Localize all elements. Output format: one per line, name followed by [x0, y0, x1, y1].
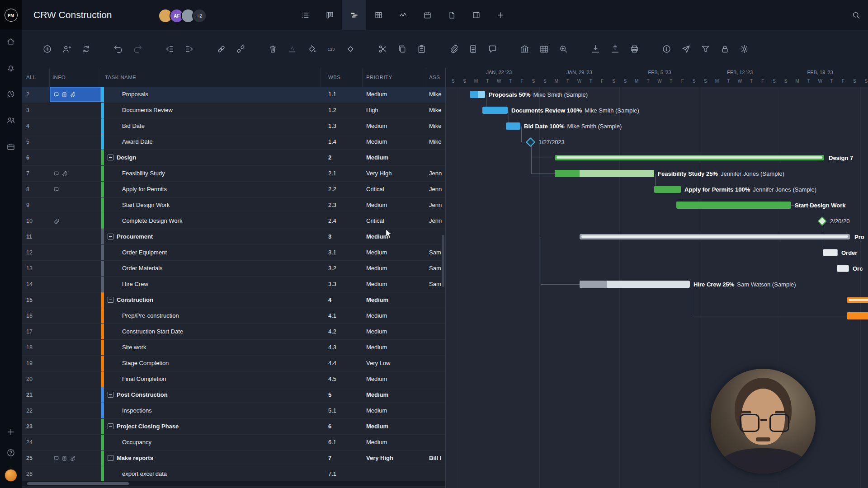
table-row[interactable]: 5Award Date1.4MediumMike [22, 134, 445, 150]
outdent-task-button[interactable] [164, 43, 175, 55]
settings-button[interactable] [739, 43, 750, 55]
gantt-bar-task[interactable] [676, 202, 791, 209]
import-button[interactable] [590, 43, 601, 55]
collapse-toggle[interactable] [108, 297, 113, 303]
tab-view-list[interactable] [293, 0, 317, 30]
table-row[interactable]: 2Proposals1.1MediumMike [22, 87, 445, 103]
attach-icon[interactable] [70, 455, 75, 461]
comment-icon[interactable] [53, 187, 59, 192]
attachment-button[interactable] [448, 43, 459, 55]
filter-button[interactable] [700, 43, 711, 55]
table-row[interactable]: 6Design2Medium [22, 150, 445, 166]
table-row[interactable]: 14Hire Crew3.3MediumSam [22, 277, 445, 292]
number-format-button[interactable] [326, 43, 337, 55]
collapse-toggle[interactable] [108, 423, 113, 429]
rail-item-portfolio[interactable] [6, 142, 15, 151]
table-row[interactable]: 4Bid Date1.3MediumMike [22, 118, 445, 134]
cut-button[interactable] [377, 43, 388, 55]
table-row[interactable]: 26export excel data7.1 [22, 466, 445, 482]
gantt-milestone[interactable] [526, 137, 535, 147]
table-row[interactable]: 22Inspections5.1Medium [22, 403, 445, 419]
tab-view-gantt[interactable] [342, 0, 366, 30]
add-task-button[interactable] [42, 43, 53, 55]
table-row[interactable]: 16Prep/Pre-construction4.1Medium [22, 308, 445, 324]
gantt-bar-task[interactable] [470, 91, 485, 98]
tab-view-sheet[interactable] [366, 0, 391, 30]
gantt-summary-bar[interactable] [580, 234, 850, 239]
column-header-priority[interactable]: PRIORITY [363, 68, 426, 87]
column-header-task-name[interactable]: TASK NAME [101, 68, 321, 87]
tab-view-board[interactable] [317, 0, 342, 30]
table-row[interactable]: 17Construction Start Date4.2Medium [22, 324, 445, 340]
table-row[interactable]: 12Order Equipment3.1MediumSam [22, 245, 445, 261]
comment-icon[interactable] [53, 171, 59, 177]
gantt-bar-task[interactable] [837, 265, 849, 272]
gantt-milestone[interactable] [817, 216, 827, 226]
rail-item-help[interactable] [6, 448, 15, 457]
column-header-ass[interactable]: ASS [426, 68, 445, 87]
gantt-bar-task[interactable] [654, 186, 681, 193]
avatar-overflow-badge[interactable]: +2 [192, 9, 207, 23]
attach-icon[interactable] [61, 171, 67, 177]
export-button[interactable] [609, 43, 621, 55]
paste-button[interactable] [416, 43, 427, 55]
print-button[interactable] [629, 43, 640, 55]
tab-view-panel[interactable] [464, 0, 488, 30]
attach-icon[interactable] [70, 92, 75, 98]
note-icon[interactable] [61, 455, 67, 461]
search-icon[interactable] [845, 0, 866, 30]
app-logo[interactable]: PM [0, 0, 22, 30]
user-avatar[interactable] [5, 469, 17, 482]
collapse-toggle[interactable] [108, 455, 113, 461]
vertical-scrollbar-thumb[interactable] [442, 235, 444, 287]
table-row[interactable]: 9Start Design Work2.3MediumJenn [22, 197, 445, 213]
lock-button[interactable] [719, 43, 731, 55]
table-row[interactable]: 7Feasibility Study2.1Very HighJenn [22, 166, 445, 182]
indent-task-button[interactable] [184, 43, 195, 55]
column-header-info[interactable]: INFO [50, 68, 101, 87]
collapse-toggle[interactable] [108, 155, 113, 160]
attach-icon[interactable] [53, 218, 59, 224]
share-button[interactable] [680, 43, 692, 55]
table-row[interactable]: 21Post Construction5Medium [22, 387, 445, 403]
show-columns-button[interactable] [538, 43, 550, 55]
note-icon[interactable] [61, 92, 67, 98]
assign-people-button[interactable] [61, 43, 72, 55]
zoom-button[interactable] [558, 43, 569, 55]
rail-item-notifications[interactable] [6, 63, 15, 72]
horizontal-scrollbar[interactable] [22, 481, 445, 486]
table-row[interactable]: 11Procurement3Medium [22, 229, 445, 245]
gantt-bar-task[interactable] [847, 312, 868, 319]
table-row[interactable]: 25Make reports7Very HighBill I [22, 450, 445, 466]
table-gantt-splitter[interactable] [445, 68, 446, 488]
rail-item-team[interactable] [6, 116, 15, 125]
table-row[interactable]: 8Apply for Permits2.2CriticalJenn [22, 182, 445, 197]
table-row[interactable]: 18Site work4.3Medium [22, 340, 445, 356]
tab-view-dashboard[interactable] [391, 0, 415, 30]
table-row[interactable]: 23Project Closing Phase6Medium [22, 419, 445, 435]
add-milestone-button[interactable] [345, 43, 356, 55]
task-info-button[interactable] [661, 43, 672, 55]
undo-button[interactable] [113, 43, 124, 55]
gantt-summary-bar[interactable] [555, 155, 824, 160]
remove-dependency-button[interactable] [235, 43, 246, 55]
table-row[interactable]: 13Order Materials3.2MediumSam [22, 261, 445, 277]
column-header-all[interactable]: ALL [22, 68, 50, 87]
gantt-bar-task[interactable] [823, 249, 838, 256]
member-avatars[interactable]: AF+2 [158, 9, 207, 23]
comments-button[interactable] [487, 43, 498, 55]
recurring-task-button[interactable] [80, 43, 92, 55]
tab-view-docs[interactable] [439, 0, 464, 30]
comment-icon[interactable] [53, 455, 59, 461]
table-row[interactable]: 20Final Completion4.5Medium [22, 371, 445, 387]
gantt-bar-task[interactable] [482, 107, 508, 114]
table-row[interactable]: 15Construction4Medium [22, 292, 445, 308]
delete-task-button[interactable] [267, 43, 278, 55]
link-dependency-button[interactable] [216, 43, 227, 55]
baseline-button[interactable] [519, 43, 530, 55]
comment-icon[interactable] [53, 92, 59, 98]
horizontal-scrollbar-thumb[interactable] [27, 482, 129, 485]
redo-button[interactable] [132, 43, 143, 55]
table-row[interactable]: 24Occupancy6.1Medium [22, 435, 445, 450]
gantt-summary-bar[interactable] [847, 297, 868, 303]
